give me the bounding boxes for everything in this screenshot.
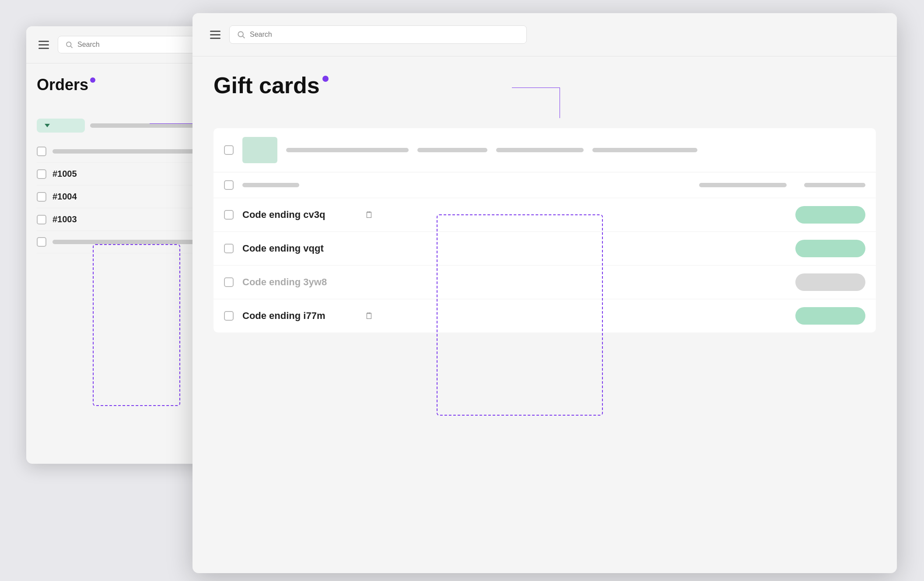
bar-placeholder xyxy=(592,148,697,152)
note-icon: 🗒 xyxy=(365,311,374,321)
row-checkbox[interactable] xyxy=(37,147,46,156)
selection-highlight-orders xyxy=(93,244,180,406)
bar-placeholder xyxy=(286,148,409,152)
table-row[interactable]: Code ending vqgt xyxy=(214,232,876,266)
giftcards-body: Gift cards xyxy=(192,56,897,348)
table-row[interactable]: Code ending i77m 🗒 xyxy=(214,299,876,332)
orders-title: Orders xyxy=(37,76,88,94)
table-row xyxy=(214,172,876,198)
svg-line-3 xyxy=(243,36,245,38)
gc-code: Code ending cv3q xyxy=(242,209,356,220)
status-badge-active xyxy=(795,240,865,257)
order-id: #1003 xyxy=(52,214,88,224)
svg-line-1 xyxy=(70,46,72,48)
giftcards-title: Gift cards xyxy=(214,72,320,98)
order-id: #1004 xyxy=(52,192,88,202)
hamburger-line xyxy=(38,41,49,42)
hamburger-line xyxy=(38,48,49,49)
header-checkbox[interactable] xyxy=(224,145,234,155)
gc-code: Code ending vqgt xyxy=(242,243,356,254)
gc-thumbnail xyxy=(242,137,277,163)
search-input[interactable] xyxy=(77,41,212,49)
hamburger-button[interactable] xyxy=(38,41,49,49)
search-icon xyxy=(65,41,73,49)
search-icon xyxy=(237,30,245,39)
row-checkbox[interactable] xyxy=(224,180,234,190)
giftcards-header xyxy=(192,13,897,56)
status-badge-active xyxy=(795,206,865,224)
table-row[interactable]: Code ending 3yw8 xyxy=(214,266,876,299)
table-row[interactable]: Code ending cv3q 🗒 xyxy=(214,198,876,232)
order-id: #1005 xyxy=(52,169,88,179)
giftcards-title-dot xyxy=(322,76,329,82)
gc-header-bars xyxy=(286,148,865,152)
row-checkbox[interactable] xyxy=(224,244,234,253)
status-badge-disabled xyxy=(795,273,865,291)
bar-placeholder xyxy=(242,183,299,187)
gc-code: Code ending 3yw8 xyxy=(242,276,356,288)
gc-code: Code ending i77m xyxy=(242,310,356,322)
svg-point-0 xyxy=(66,42,71,47)
hamburger-line xyxy=(38,44,49,46)
row-checkbox[interactable] xyxy=(37,237,46,247)
orders-dropdown[interactable] xyxy=(37,119,85,133)
status-badge-active xyxy=(795,307,865,325)
bar-placeholder xyxy=(699,183,787,187)
hamburger-button[interactable] xyxy=(210,31,220,39)
row-checkbox[interactable] xyxy=(37,215,46,224)
row-checkbox[interactable] xyxy=(224,311,234,321)
orders-title-dot xyxy=(90,77,95,83)
hamburger-line xyxy=(210,38,220,39)
bar-placeholder xyxy=(417,148,487,152)
giftcards-table: Code ending cv3q 🗒 Code ending vqgt Code… xyxy=(214,128,876,332)
hamburger-line xyxy=(210,34,220,35)
svg-point-2 xyxy=(238,32,243,37)
bar-placeholder xyxy=(496,148,584,152)
row-checkbox[interactable] xyxy=(224,210,234,220)
row-checkbox[interactable] xyxy=(37,192,46,202)
giftcards-table-body: Code ending cv3q 🗒 Code ending vqgt Code… xyxy=(214,172,876,332)
row-checkbox[interactable] xyxy=(37,169,46,179)
chevron-down-icon xyxy=(45,124,50,127)
giftcards-search-bar[interactable] xyxy=(229,25,527,44)
row-checkbox[interactable] xyxy=(224,277,234,287)
giftcards-window: Gift cards xyxy=(192,13,897,573)
annotation-line-giftcards xyxy=(512,88,560,118)
giftcards-table-header xyxy=(214,128,876,172)
bar-placeholder xyxy=(804,183,865,187)
note-icon: 🗒 xyxy=(365,210,374,220)
hamburger-line xyxy=(210,31,220,32)
search-input[interactable] xyxy=(250,31,519,38)
